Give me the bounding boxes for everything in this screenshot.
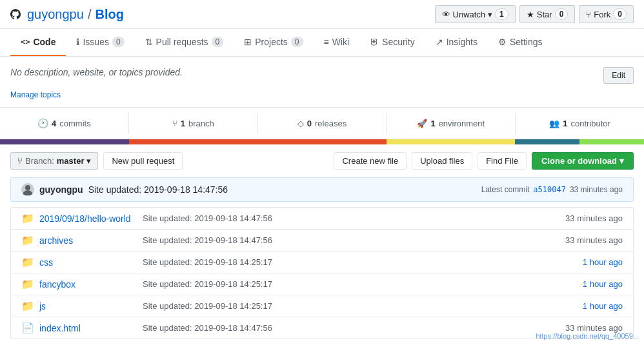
tab-issues-label: Issues <box>83 37 108 47</box>
folder-icon: 📁 <box>21 212 34 224</box>
create-new-file-button[interactable]: Create new file <box>334 152 407 170</box>
chart-icon: ↗ <box>436 37 443 47</box>
contributors-count: 1 <box>563 119 567 128</box>
repo-name[interactable]: Blog <box>95 7 123 22</box>
table-row: 📁fancyboxSite updated: 2019-09-18 14:25:… <box>11 273 633 295</box>
branch-name: master <box>57 156 85 166</box>
edit-button[interactable]: Edit <box>603 67 634 84</box>
folder-icon: 📁 <box>21 300 34 312</box>
svg-point-0 <box>25 185 30 190</box>
branches-stat[interactable]: ⑂ 1 branch <box>129 113 258 133</box>
tab-insights[interactable]: ↗ Insights <box>425 29 488 56</box>
environments-stat[interactable]: 🚀 1 environment <box>387 113 516 133</box>
tab-pullrequests[interactable]: ⇅ Pull requests 0 <box>135 29 234 56</box>
tab-issues-badge: 0 <box>112 37 125 47</box>
tab-code[interactable]: <> Code <box>10 29 66 56</box>
commits-stat[interactable]: 🕐 4 commits <box>0 113 129 133</box>
commit-info-left: guyongpu Site updated: 2019-09-18 14:47:… <box>21 183 228 196</box>
file-time: 1 hour ago <box>545 279 623 289</box>
file-name[interactable]: css <box>39 257 143 268</box>
upload-files-button[interactable]: Upload files <box>412 152 472 170</box>
releases-stat[interactable]: ◇ 0 releases <box>258 113 387 133</box>
branch-select[interactable]: ⑂ Branch: master ▾ <box>10 152 98 170</box>
branch-icon: ⑂ <box>172 119 177 128</box>
description-text: No description, website, or topics provi… <box>10 67 183 77</box>
file-time: 1 hour ago <box>545 257 623 267</box>
file-message: Site updated: 2019-09-18 14:25:17 <box>143 301 545 311</box>
commit-author[interactable]: guyongpu <box>39 184 83 195</box>
fork-button[interactable]: ⑂ Fork 0 <box>579 5 634 23</box>
star-icon: ★ <box>527 10 534 19</box>
repo-action-buttons: 👁 Unwatch ▾ 1 ★ Star 0 ⑂ Fork 0 <box>435 5 634 23</box>
stats-bar: 🕐 4 commits ⑂ 1 branch ◇ 0 releases 🚀 1 … <box>0 107 644 139</box>
color-seg-2 <box>129 139 387 144</box>
commits-count: 4 <box>52 119 56 128</box>
commit-message: Site updated: 2019-09-18 14:47:56 <box>88 184 228 195</box>
toolbar-right: Create new file Upload files Find File C… <box>334 152 634 170</box>
new-pull-request-button[interactable]: New pull request <box>103 152 183 170</box>
color-seg-4 <box>515 139 579 144</box>
environments-label: environment <box>439 119 485 128</box>
repo-sep: / <box>88 7 92 22</box>
eye-icon: 👁 <box>442 10 450 19</box>
branches-label: branch <box>188 119 214 128</box>
file-message: Site updated: 2019-09-18 14:47:56 <box>143 213 545 223</box>
color-seg-5 <box>579 139 644 144</box>
folder-icon: 📁 <box>21 234 34 246</box>
table-row: 📁cssSite updated: 2019-09-18 14:25:171 h… <box>11 251 633 273</box>
tab-wiki[interactable]: ≡ Wiki <box>314 29 360 56</box>
tab-projects[interactable]: ⊞ Projects 0 <box>234 29 313 56</box>
file-time: 33 minutes ago <box>545 235 623 245</box>
toolbar: ⑂ Branch: master ▾ New pull request Crea… <box>0 144 644 177</box>
clone-download-label: Clone or download <box>541 156 617 166</box>
file-name[interactable]: 2019/09/18/hello-world <box>39 213 143 224</box>
commit-info-bar: guyongpu Site updated: 2019-09-18 14:47:… <box>10 177 634 202</box>
file-name[interactable]: js <box>39 301 143 311</box>
tag-icon: ◇ <box>297 119 304 128</box>
tab-issues[interactable]: ℹ Issues 0 <box>66 29 134 56</box>
description-area: No description, website, or topics provi… <box>0 57 644 89</box>
watch-button[interactable]: 👁 Unwatch ▾ 1 <box>435 5 516 23</box>
fork-label: Fork <box>594 10 610 19</box>
commit-hash[interactable]: a510047 <box>533 185 566 194</box>
table-row: 📁jsSite updated: 2019-09-18 14:25:171 ho… <box>11 295 633 317</box>
star-button[interactable]: ★ Star 0 <box>519 5 576 23</box>
file-message: Site updated: 2019-09-18 14:25:17 <box>143 279 545 289</box>
file-time: 1 hour ago <box>545 301 623 311</box>
tab-pr-label: Pull requests <box>156 37 208 47</box>
find-file-button[interactable]: Find File <box>478 152 527 170</box>
watch-count: 1 <box>495 8 508 20</box>
file-time: 33 minutes ago <box>545 213 623 223</box>
fork-count: 0 <box>613 8 627 20</box>
folder-icon: 📁 <box>21 278 34 290</box>
latest-commit-label: Latest commit <box>481 185 530 194</box>
file-name[interactable]: archives <box>39 235 143 246</box>
tab-security-label: Security <box>382 37 415 47</box>
file-table: 📁2019/09/18/hello-worldSite updated: 201… <box>10 207 634 339</box>
file-name[interactable]: index.html <box>39 323 143 333</box>
nav-tabs: <> Code ℹ Issues 0 ⇅ Pull requests 0 ⊞ P… <box>0 29 644 57</box>
manage-topics-anchor[interactable]: Manage topics <box>10 90 61 99</box>
clone-download-button[interactable]: Clone or download ▾ <box>532 152 634 170</box>
contributors-stat[interactable]: 👥 1 contributor <box>516 113 644 133</box>
commits-icon: 🕐 <box>37 118 48 128</box>
file-message: Site updated: 2019-09-18 14:47:56 <box>143 323 545 333</box>
file-name[interactable]: fancybox <box>39 279 143 290</box>
avatar <box>21 183 34 196</box>
avatar-icon <box>21 183 34 196</box>
projects-icon: ⊞ <box>244 37 252 47</box>
tab-security[interactable]: ⛨ Security <box>359 29 425 56</box>
file-message: Site updated: 2019-09-18 14:25:17 <box>143 257 545 267</box>
repo-owner[interactable]: guyongpu <box>27 7 84 22</box>
folder-icon: 📁 <box>21 256 34 268</box>
star-count: 0 <box>555 8 569 20</box>
gear-icon: ⚙ <box>498 37 507 47</box>
watermark: https://blog.csdn.net/qq_40059... <box>536 332 639 339</box>
branch-label: Branch: <box>25 156 54 166</box>
branches-count: 1 <box>181 119 185 128</box>
tab-code-label: Code <box>33 37 55 47</box>
language-color-bar <box>0 139 644 144</box>
tab-settings[interactable]: ⚙ Settings <box>488 29 553 56</box>
issue-icon: ℹ <box>76 37 79 47</box>
repo-title: guyongpu / Blog <box>10 7 124 22</box>
